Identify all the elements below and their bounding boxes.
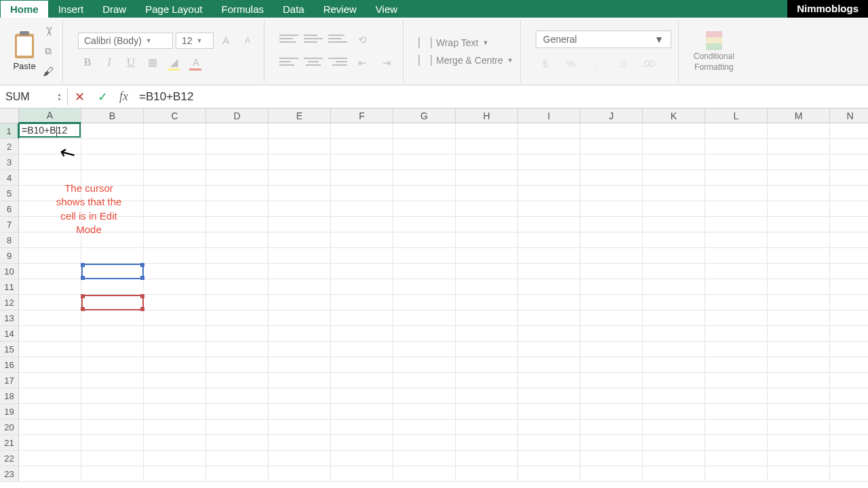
- row-header-7[interactable]: 7: [0, 217, 19, 232]
- percent-button[interactable]: %: [561, 55, 580, 73]
- row-header-23[interactable]: 23: [0, 466, 19, 482]
- cell-e19[interactable]: [269, 404, 331, 420]
- row-header-2[interactable]: 2: [0, 139, 19, 155]
- col-header-c[interactable]: C: [144, 108, 206, 123]
- cell-m13[interactable]: [768, 310, 830, 326]
- cell-f22[interactable]: [331, 451, 393, 466]
- tab-page-layout[interactable]: Page Layout: [136, 0, 212, 18]
- cell-m7[interactable]: [768, 217, 830, 232]
- cell-n1[interactable]: [830, 123, 868, 139]
- cell-b3[interactable]: [81, 155, 144, 170]
- cell-n10[interactable]: [830, 264, 868, 279]
- cell-n16[interactable]: [830, 357, 868, 373]
- cell-l10[interactable]: [705, 264, 768, 279]
- cell-a18[interactable]: [19, 388, 81, 404]
- cell-l14[interactable]: [705, 326, 768, 342]
- cell-h1[interactable]: [456, 123, 518, 139]
- col-header-h[interactable]: H: [456, 108, 518, 123]
- cell-n19[interactable]: [830, 404, 868, 420]
- cell-f4[interactable]: [331, 170, 393, 186]
- col-header-i[interactable]: I: [518, 108, 580, 123]
- cell-i12[interactable]: [518, 295, 580, 310]
- cell-m8[interactable]: [768, 232, 830, 248]
- cell-h11[interactable]: [456, 279, 518, 295]
- align-top-button[interactable]: [279, 31, 298, 46]
- cell-c7[interactable]: [144, 217, 206, 232]
- cell-e2[interactable]: [269, 139, 331, 155]
- cell-h19[interactable]: [456, 404, 518, 420]
- cell-f7[interactable]: [331, 217, 393, 232]
- cell-l12[interactable]: [705, 295, 768, 310]
- cell-n4[interactable]: [830, 170, 868, 186]
- cell-b15[interactable]: [81, 342, 144, 357]
- cell-i2[interactable]: [518, 139, 580, 155]
- cell-c6[interactable]: [144, 201, 206, 217]
- cell-m20[interactable]: [768, 420, 830, 435]
- cell-f2[interactable]: [331, 139, 393, 155]
- cell-l9[interactable]: [705, 248, 768, 264]
- cell-a13[interactable]: [19, 310, 81, 326]
- cell-j9[interactable]: [580, 248, 643, 264]
- cell-k13[interactable]: [643, 310, 705, 326]
- cell-g5[interactable]: [393, 186, 456, 201]
- paste-button[interactable]: Paste: [12, 31, 37, 71]
- row-header-22[interactable]: 22: [0, 451, 19, 466]
- cell-l23[interactable]: [705, 466, 768, 482]
- row-header-21[interactable]: 21: [0, 435, 19, 451]
- number-format-select[interactable]: General ▼: [536, 30, 671, 48]
- cell-j14[interactable]: [580, 326, 643, 342]
- increase-font-button[interactable]: A: [216, 32, 235, 49]
- cell-n12[interactable]: [830, 295, 868, 310]
- cell-i1[interactable]: [518, 123, 580, 139]
- increase-decimal-button[interactable]: .0: [613, 55, 632, 73]
- cell-c2[interactable]: [144, 139, 206, 155]
- cell-n3[interactable]: [830, 155, 868, 170]
- cell-h13[interactable]: [456, 310, 518, 326]
- cell-e7[interactable]: [269, 217, 331, 232]
- cell-d17[interactable]: [206, 373, 269, 388]
- formula-input[interactable]: =B10+B12: [134, 87, 868, 106]
- cell-g22[interactable]: [393, 451, 456, 466]
- cell-g18[interactable]: [393, 388, 456, 404]
- cell-c5[interactable]: [144, 186, 206, 201]
- cell-j16[interactable]: [580, 357, 643, 373]
- cell-l3[interactable]: [705, 155, 768, 170]
- cell-e9[interactable]: [269, 248, 331, 264]
- cell-n9[interactable]: [830, 248, 868, 264]
- underline-button[interactable]: U: [121, 54, 140, 71]
- cell-m17[interactable]: [768, 373, 830, 388]
- cell-k19[interactable]: [643, 404, 705, 420]
- cell-a12[interactable]: [19, 295, 81, 310]
- cell-h16[interactable]: [456, 357, 518, 373]
- row-header-14[interactable]: 14: [0, 326, 19, 342]
- border-button[interactable]: ▦: [143, 54, 162, 71]
- row-header-19[interactable]: 19: [0, 404, 19, 420]
- cell-n22[interactable]: [830, 451, 868, 466]
- cell-i18[interactable]: [518, 388, 580, 404]
- cell-e20[interactable]: [269, 420, 331, 435]
- cell-i14[interactable]: [518, 326, 580, 342]
- cell-m16[interactable]: [768, 357, 830, 373]
- cell-l17[interactable]: [705, 373, 768, 388]
- tab-data[interactable]: Data: [273, 0, 314, 18]
- cancel-button[interactable]: ✕: [68, 89, 91, 104]
- cell-d1[interactable]: [206, 123, 269, 139]
- cell-e4[interactable]: [269, 170, 331, 186]
- cell-h12[interactable]: [456, 295, 518, 310]
- cell-f5[interactable]: [331, 186, 393, 201]
- cell-i8[interactable]: [518, 232, 580, 248]
- cell-d3[interactable]: [206, 155, 269, 170]
- cell-m10[interactable]: [768, 264, 830, 279]
- cell-m4[interactable]: [768, 170, 830, 186]
- cell-c11[interactable]: [144, 279, 206, 295]
- cell-i19[interactable]: [518, 404, 580, 420]
- cell-c17[interactable]: [144, 373, 206, 388]
- cell-d20[interactable]: [206, 420, 269, 435]
- cell-a22[interactable]: [19, 451, 81, 466]
- cell-l15[interactable]: [705, 342, 768, 357]
- cell-k10[interactable]: [643, 264, 705, 279]
- col-header-n[interactable]: N: [830, 108, 868, 123]
- cell-e1[interactable]: [269, 123, 331, 139]
- cell-c22[interactable]: [144, 451, 206, 466]
- cell-h8[interactable]: [456, 232, 518, 248]
